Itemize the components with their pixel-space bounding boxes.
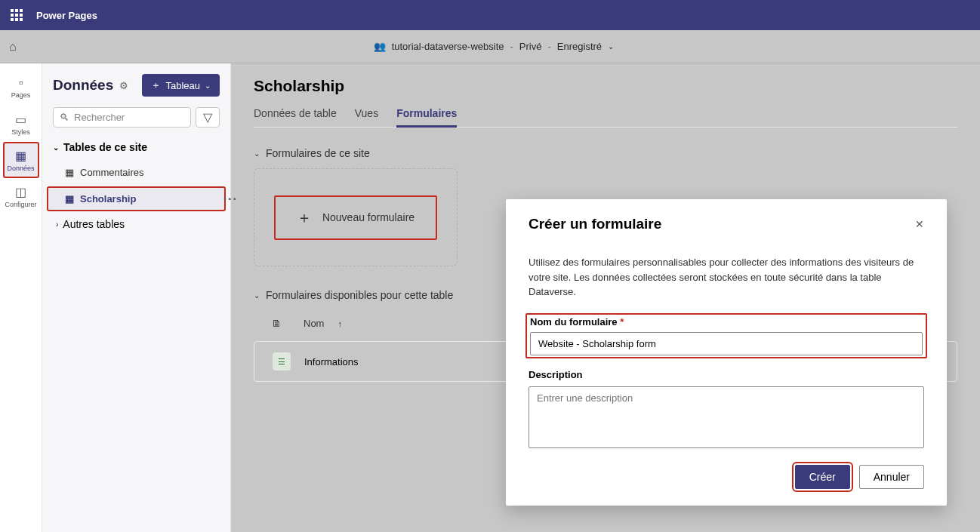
- site-status[interactable]: 👥 tutorial-dataverse-website - Privé - E…: [374, 41, 614, 52]
- data-icon: ▦: [15, 149, 26, 163]
- row-name: Informations: [304, 356, 359, 367]
- create-form-dialog: Créer un formulaire ✕ Utilisez des formu…: [506, 199, 947, 506]
- search-placeholder: Rechercher: [74, 112, 125, 123]
- dialog-title: Créer un formulaire: [529, 216, 661, 232]
- filter-button[interactable]: ▽: [196, 107, 220, 128]
- section-label: Formulaires disponibles pour cette table: [266, 289, 453, 301]
- subtitlebar: ⌂ 👥 tutorial-dataverse-website - Privé -…: [0, 30, 980, 63]
- nav-data-label: Données: [7, 165, 34, 172]
- configure-icon: ◫: [15, 185, 26, 199]
- tree-section-site[interactable]: ⌄ Tables de ce site: [42, 135, 230, 159]
- table-icon: ▦: [65, 193, 74, 204]
- brand-name: Power Pages: [36, 10, 97, 21]
- section-label: Formulaires de ce site: [266, 147, 370, 159]
- table-item-label: Commentaires: [80, 167, 144, 178]
- sidebar: Données ⚙ ＋ Tableau ⌄ 🔍︎ Rechercher ▽ ⌄ …: [42, 63, 231, 532]
- pages-icon: ▫: [19, 76, 23, 90]
- file-icon: 🗎: [272, 318, 290, 329]
- search-input[interactable]: 🔍︎ Rechercher: [53, 107, 191, 128]
- chevron-down-icon: ⌄: [254, 291, 260, 300]
- styles-icon: ▭: [15, 112, 26, 127]
- tab-table-data[interactable]: Données de table: [254, 103, 337, 127]
- col-name[interactable]: Nom: [304, 318, 324, 329]
- tree-section-site-label: Tables de ce site: [63, 141, 147, 153]
- gear-icon[interactable]: ⚙: [119, 80, 128, 91]
- app-launcher-icon[interactable]: [11, 9, 23, 21]
- site-save-state: Enregistré: [557, 41, 602, 52]
- filter-icon: ▽: [203, 110, 212, 125]
- form-name-input[interactable]: [530, 332, 923, 355]
- plus-icon: ＋: [297, 208, 312, 228]
- create-button[interactable]: Créer: [795, 465, 850, 489]
- site-name: tutorial-dataverse-website: [392, 41, 504, 52]
- nav-data[interactable]: ▦ Données: [3, 142, 39, 178]
- nav-pages-label: Pages: [11, 91, 31, 99]
- chevron-down-icon: ⌄: [254, 149, 260, 158]
- chevron-down-icon: ⌄: [53, 143, 59, 152]
- titlebar: Power Pages: [0, 0, 980, 30]
- add-table-label: Tableau: [165, 80, 200, 91]
- tab-views[interactable]: Vues: [355, 103, 378, 127]
- form-name-label: Nom du formulaire *: [530, 316, 923, 328]
- more-icon[interactable]: ···: [223, 192, 238, 206]
- chevron-down-icon: ⌄: [205, 81, 211, 90]
- cancel-button[interactable]: Annuler: [859, 465, 924, 489]
- add-table-button[interactable]: ＋ Tableau ⌄: [142, 74, 220, 97]
- nav-pages[interactable]: ▫ Pages: [3, 69, 39, 106]
- description-label: Description: [529, 369, 924, 380]
- new-form-label: Nouveau formulaire: [322, 211, 414, 223]
- dialog-helper: Utilisez des formulaires personnalisable…: [529, 255, 924, 300]
- table-item-scholarship[interactable]: ▦ Scholarship ···: [47, 186, 226, 211]
- page-title: Scholarship: [254, 77, 957, 95]
- left-nav: ▫ Pages ▭ Styles ▦ Données ◫ Configurer: [0, 63, 42, 532]
- close-icon[interactable]: ✕: [915, 218, 924, 230]
- form-type-icon: ☰: [273, 352, 291, 371]
- table-item-comments[interactable]: ▦ Commentaires: [47, 160, 226, 185]
- nav-configure-label: Configurer: [5, 201, 36, 208]
- description-input[interactable]: [529, 386, 924, 448]
- new-form-button[interactable]: ＋ Nouveau formulaire: [254, 168, 458, 266]
- tree-section-other-label: Autres tables: [63, 218, 125, 230]
- people-icon: 👥: [374, 41, 386, 52]
- tab-forms[interactable]: Formulaires: [396, 103, 457, 127]
- site-visibility: Privé: [519, 41, 542, 52]
- chevron-down-icon: ⌄: [608, 42, 614, 51]
- table-item-label: Scholarship: [80, 193, 136, 204]
- nav-styles-label: Styles: [11, 128, 30, 136]
- home-icon[interactable]: ⌂: [9, 40, 17, 54]
- nav-styles[interactable]: ▭ Styles: [3, 106, 39, 142]
- tree-section-other[interactable]: › Autres tables: [42, 212, 230, 236]
- sidebar-title: Données ⚙: [53, 77, 128, 94]
- search-icon: 🔍︎: [60, 112, 69, 123]
- sort-asc-icon: ↑: [337, 319, 342, 328]
- plus-icon: ＋: [151, 78, 161, 92]
- tabs: Données de table Vues Formulaires: [254, 103, 957, 128]
- section-site-forms[interactable]: ⌄ Formulaires de ce site: [254, 147, 957, 159]
- table-icon: ▦: [65, 167, 74, 178]
- nav-configure[interactable]: ◫ Configurer: [3, 178, 39, 214]
- chevron-right-icon: ›: [56, 220, 58, 229]
